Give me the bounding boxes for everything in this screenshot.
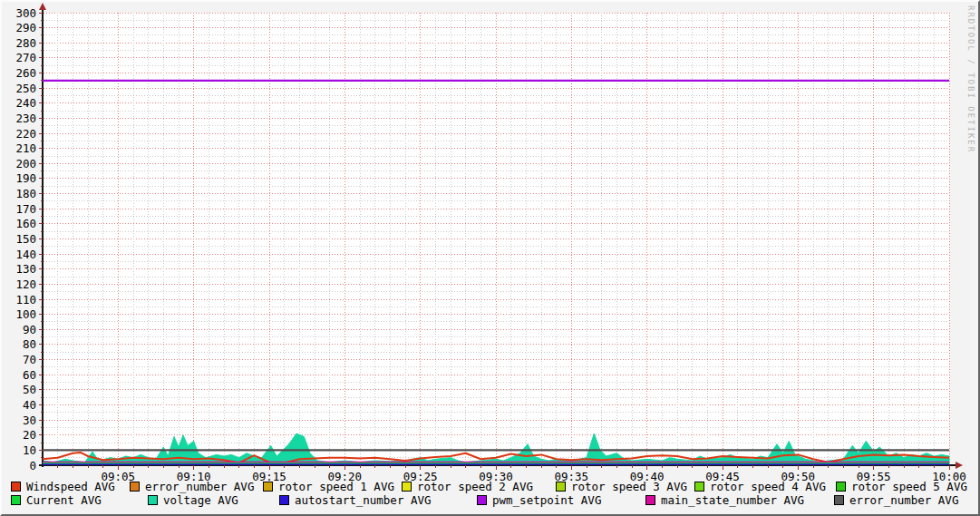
- y-axis-label: 10: [23, 443, 36, 457]
- legend-label: error_number AVG: [145, 480, 254, 493]
- legend-swatch: [263, 482, 273, 492]
- legend-label: Windspeed AVG: [26, 480, 115, 493]
- legend-swatch: [477, 495, 487, 505]
- y-axis-label: 290: [15, 21, 36, 34]
- y-axis-label: 90: [23, 323, 36, 336]
- y-axis-label: 210: [15, 141, 36, 155]
- y-axis-label: 300: [15, 6, 36, 20]
- legend-label: autostart_number AVG: [295, 493, 432, 507]
- y-axis-label: 30: [23, 414, 36, 427]
- legend-swatch: [834, 495, 844, 505]
- y-axis-label: 70: [23, 353, 36, 366]
- legend-label: rotor speed 5 AVG: [851, 480, 967, 493]
- legend-label: rotor speed 2 AVG: [417, 480, 533, 493]
- y-axis-arrow: [39, 3, 46, 10]
- y-axis-label: 20: [23, 428, 36, 442]
- y-axis-label: 270: [15, 51, 36, 64]
- rrdtool-graph: 0102030405060708090100110120130140150160…: [0, 0, 980, 516]
- y-axis-label: 60: [23, 368, 36, 382]
- legend-item-error-number: error_number AVG: [130, 481, 254, 492]
- y-axis-label: 170: [15, 202, 36, 216]
- legend-label: rotor speed 3 AVG: [571, 480, 687, 493]
- legend-swatch: [148, 495, 158, 505]
- legend-swatch: [556, 482, 566, 492]
- y-axis-label: 180: [15, 187, 36, 200]
- y-axis-label: 250: [15, 82, 36, 95]
- legend-item-current: Current AVG: [11, 494, 102, 506]
- y-axis-label: 240: [15, 96, 36, 110]
- legend-item-rotor-speed-2: rotor speed 2 AVG: [402, 481, 533, 492]
- y-axis-label: 150: [15, 232, 36, 246]
- y-axis-label: 280: [15, 36, 36, 50]
- legend-label: rotor speed 4 AVG: [710, 480, 826, 493]
- y-axis-label: 260: [15, 66, 36, 80]
- chart-canvas: 0102030405060708090100110120130140150160…: [2, 2, 976, 486]
- legend-label: rotor speed 1 AVG: [278, 480, 394, 493]
- legend-item-main-state-number: main_state_number AVG: [645, 494, 804, 506]
- legend-label: main_state_number AVG: [661, 493, 804, 507]
- legend-swatch: [130, 482, 140, 492]
- legend-item-pwm-setpoint: pwm_setpoint AVG: [477, 494, 601, 506]
- legend-item-rotor-speed-1: rotor speed 1 AVG: [263, 481, 394, 492]
- y-axis-label: 0: [29, 459, 36, 472]
- y-axis-label: 230: [15, 112, 36, 125]
- legend-item-rotor-speed-5: rotor speed 5 AVG: [836, 481, 967, 492]
- legend-label: voltage AVG: [163, 493, 238, 507]
- y-axis-label: 190: [15, 171, 36, 185]
- legend-swatch: [11, 495, 21, 505]
- y-axis-label: 110: [15, 293, 36, 307]
- legend-item-windspeed: Windspeed AVG: [11, 481, 115, 492]
- y-axis-label: 50: [23, 383, 36, 396]
- legend-item-voltage: voltage AVG: [148, 494, 238, 506]
- legend-label: pwm_setpoint AVG: [492, 493, 601, 507]
- legend-swatch: [645, 495, 655, 505]
- y-axis-label: 130: [15, 262, 36, 276]
- y-axis-label: 80: [23, 337, 36, 351]
- y-axis-label: 140: [15, 248, 36, 261]
- legend-swatch: [402, 482, 412, 492]
- y-axis-label: 40: [23, 398, 36, 412]
- y-axis-label: 160: [15, 217, 36, 230]
- legend-swatch: [279, 495, 289, 505]
- legend-item-rotor-speed-3: rotor speed 3 AVG: [556, 481, 687, 492]
- rrdtool-watermark: RRDTOOL / TOBI OETIKER: [966, 5, 975, 153]
- legend-swatch: [11, 482, 21, 492]
- legend-swatch: [836, 482, 846, 492]
- legend-label: error_number AVG: [849, 493, 958, 507]
- legend-item-error-number-2: error_number AVG: [834, 494, 958, 506]
- legend-swatch: [694, 482, 704, 492]
- x-axis-arrow: [956, 462, 963, 469]
- legend-label: Current AVG: [26, 493, 102, 507]
- legend-item-autostart-number: autostart_number AVG: [279, 494, 432, 506]
- y-axis-label: 100: [15, 307, 36, 321]
- y-axis-label: 120: [15, 277, 36, 291]
- y-axis-label: 220: [15, 127, 36, 141]
- y-axis-label: 200: [15, 157, 36, 170]
- legend-item-rotor-speed-4: rotor speed 4 AVG: [694, 481, 826, 492]
